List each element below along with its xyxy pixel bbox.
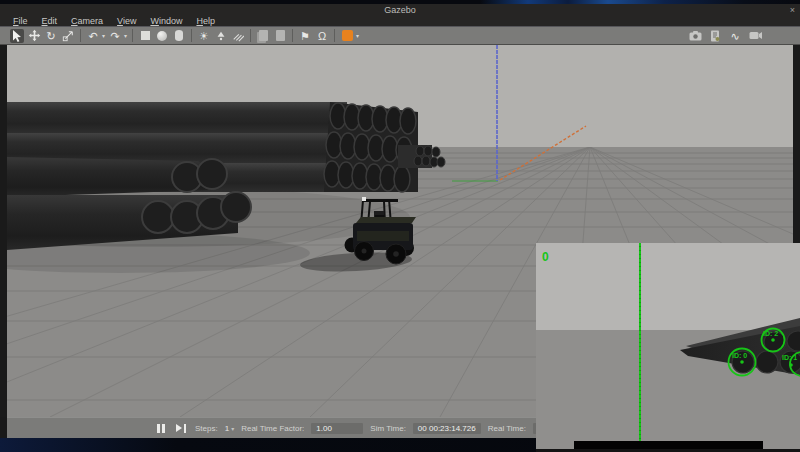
toolbar-separator	[250, 29, 251, 42]
redo-icon[interactable]: ↷	[108, 29, 122, 43]
svg-text:ID: 2: ID: 2	[763, 330, 778, 337]
insert-cylinder-icon[interactable]	[172, 29, 186, 43]
rotate-icon[interactable]: ↻	[44, 29, 58, 43]
data-logger-icon[interactable]	[708, 29, 722, 43]
toolbar-separator	[292, 29, 293, 42]
insert-box-icon[interactable]	[138, 29, 152, 43]
translate-icon[interactable]	[27, 29, 41, 43]
camera-view-inset: 0 ID: 0	[536, 243, 800, 452]
close-icon[interactable]: ×	[790, 5, 795, 15]
snap-magnet-icon[interactable]: Ω	[315, 29, 329, 43]
menu-camera[interactable]: Camera	[64, 16, 110, 26]
toolbar-separator	[191, 29, 192, 42]
world-axes	[452, 45, 586, 181]
steps-dropdown[interactable]: 1 ▾	[225, 424, 234, 433]
undo-icon[interactable]: ↶	[86, 29, 100, 43]
robot-hub	[362, 249, 367, 254]
robot-marker	[362, 197, 366, 201]
rtf-label: Real Time Factor:	[241, 424, 304, 433]
title-bar: Gazebo ×	[0, 4, 800, 16]
robot-deck	[356, 217, 416, 223]
plot-icon[interactable]: ∿	[728, 29, 742, 43]
toolbar-separator	[132, 29, 133, 42]
pipe-stack-distant[interactable]	[398, 145, 445, 168]
menu-window[interactable]: Window	[143, 16, 189, 26]
directional-light-icon[interactable]	[231, 29, 245, 43]
robot-panel	[357, 231, 409, 241]
steps-value: 1	[225, 424, 229, 433]
steps-caret-icon: ▾	[231, 425, 234, 432]
pause-button[interactable]	[155, 424, 167, 433]
real-time-label: Real Time:	[488, 424, 526, 433]
robot-hub	[393, 251, 399, 257]
menu-help[interactable]: Help	[189, 16, 222, 26]
paste-icon[interactable]	[273, 29, 287, 43]
menu-file[interactable]: File	[6, 16, 35, 26]
sim-time-value: 00 00:23:14.726	[413, 423, 481, 434]
toolbar-separator	[334, 29, 335, 42]
undo-caret-icon[interactable]: ▾	[102, 32, 105, 39]
redo-caret-icon[interactable]: ▾	[124, 32, 127, 39]
scale-icon[interactable]	[61, 29, 75, 43]
align-flag-icon[interactable]: ⚑	[298, 29, 312, 43]
window-title: Gazebo	[0, 5, 800, 15]
toolbar-right-group: ∿	[688, 29, 790, 43]
copy-icon[interactable]	[256, 29, 270, 43]
rtf-value: 1.00	[311, 423, 363, 434]
screenshot-camera-icon[interactable]	[688, 29, 702, 43]
steps-label: Steps:	[195, 424, 218, 433]
step-button[interactable]	[174, 424, 188, 433]
window-border-left	[0, 45, 7, 417]
robot-frame-top	[362, 199, 398, 202]
view-angle-icon[interactable]	[340, 29, 354, 43]
gazebo-application-window: Gazebo × File Edit Camera View Window He…	[0, 0, 800, 452]
menu-edit[interactable]: Edit	[35, 16, 65, 26]
insert-sphere-icon[interactable]	[155, 29, 169, 43]
svg-text:ID: 0: ID: 0	[732, 352, 747, 359]
view-angle-caret-icon[interactable]: ▾	[356, 32, 359, 39]
sim-time-label: Sim Time:	[370, 424, 406, 433]
menu-view[interactable]: View	[110, 16, 143, 26]
inset-black-bar	[574, 441, 763, 449]
spot-light-icon[interactable]	[214, 29, 228, 43]
point-light-icon[interactable]: ☀	[197, 29, 211, 43]
toolbar: ↻ ↶ ▾ ↷ ▾ ☀ ⚑ Ω ▾	[0, 26, 800, 45]
svg-text:ID: 1: ID: 1	[782, 354, 797, 361]
select-arrow-icon[interactable]	[10, 29, 24, 43]
toolbar-separator	[80, 29, 81, 42]
menu-bar: File Edit Camera View Window Help	[0, 16, 800, 26]
record-video-icon[interactable]	[748, 29, 762, 43]
window-chrome: Gazebo × File Edit Camera View Window He…	[0, 4, 800, 26]
inset-render: ID: 0 ID: 2 ID: 1	[536, 243, 800, 452]
